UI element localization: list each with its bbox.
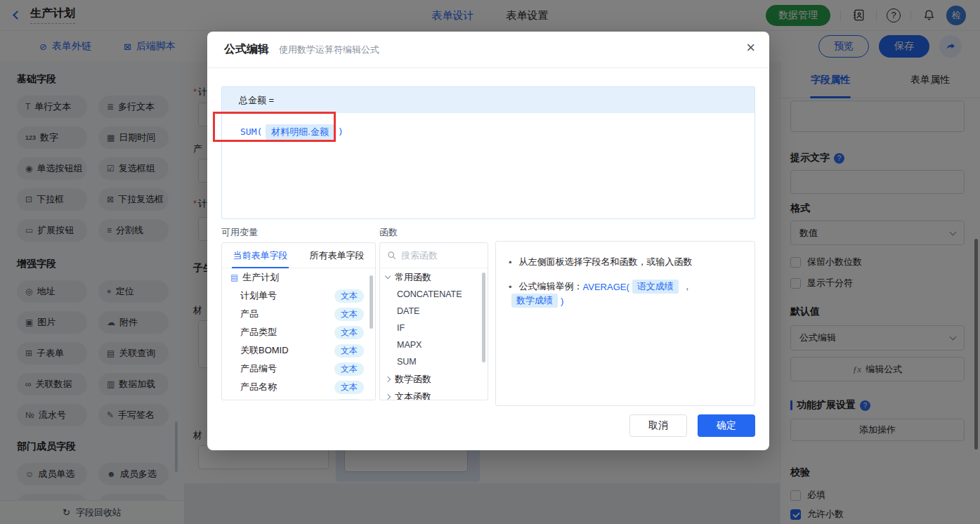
function-group-text[interactable]: 文本函数 (380, 388, 488, 400)
function-search (380, 243, 488, 268)
tab-all-form-fields[interactable]: 所有表单字段 (299, 243, 375, 268)
search-icon (387, 251, 396, 260)
app-screen: 生产计划 表单设计 表单设置 数据管理 ? 检 ⊘表单外链 ⊠后端脚本 ▥数据权… (0, 0, 980, 524)
variable-item[interactable]: 产品编号文本 (222, 360, 375, 378)
variable-item[interactable]: 计划单号文本 (222, 287, 375, 305)
formula-close-paren: ) (338, 126, 344, 137)
functions-label: 函数 (379, 226, 398, 239)
cancel-button[interactable]: 取消 (629, 414, 687, 437)
type-badge: 文本 (334, 381, 364, 394)
formula-function: SUM( (240, 126, 262, 137)
chevron-right-icon (385, 376, 391, 381)
type-badge: 文本 (334, 362, 364, 376)
file-icon: ▤ (230, 273, 238, 282)
function-item[interactable]: IF (380, 320, 488, 336)
type-badge: 文本 (334, 326, 364, 339)
functions-scrollbar[interactable] (482, 273, 485, 362)
variables-scrollbar[interactable] (370, 275, 373, 329)
type-badge: 文本 (334, 399, 364, 401)
type-badge: 文本 (334, 289, 364, 303)
function-group-math[interactable]: 数学函数 (380, 370, 488, 388)
confirm-button[interactable]: 确定 (698, 414, 755, 437)
variables-tabs: 当前表单字段 所有表单字段 (222, 243, 375, 268)
hint-line: •从左侧面板选择字段名和函数，或输入函数 (509, 256, 742, 268)
hint-example-line: •公式编辑举例：AVERAGE(语文成绩，数学成绩) (509, 280, 742, 308)
formula-target: 总金额 = (222, 87, 754, 113)
tab-current-form-fields[interactable]: 当前表单字段 (222, 243, 299, 268)
variable-item[interactable]: 产品文本 (222, 305, 375, 323)
type-badge: 文本 (334, 308, 364, 321)
function-item[interactable]: MAPX (380, 336, 488, 353)
function-search-input[interactable] (401, 250, 474, 261)
chevron-right-icon (385, 393, 391, 399)
variables-tree-root[interactable]: ▤生产计划 (222, 268, 375, 287)
formula-field-chip[interactable]: 材料明细.金额 (266, 124, 334, 140)
formula-editor-area: 总金额 = SUM(材料明细.金额) (221, 86, 755, 219)
formula-input[interactable]: SUM(材料明细.金额) (222, 113, 754, 218)
function-item[interactable]: DATE (380, 303, 488, 320)
variable-item[interactable]: 产品名称文本 (222, 378, 375, 396)
modal-footer: 取消 确定 (629, 414, 755, 437)
variable-item-partial[interactable]: 文本 (222, 396, 375, 400)
example-field-chip: 语文成绩 (632, 280, 679, 294)
hints-panel: •从左侧面板选择字段名和函数，或输入函数 •公式编辑举例：AVERAGE(语文成… (495, 241, 755, 406)
formula-editor-modal: 公式编辑 使用数学运算符编辑公式 × 总金额 = SUM(材料明细.金额) 可用… (207, 32, 769, 450)
function-group-common[interactable]: 常用函数 (380, 268, 488, 286)
close-icon[interactable]: × (746, 40, 755, 55)
variable-item[interactable]: 产品类型文本 (222, 323, 375, 341)
chevron-down-icon (385, 273, 391, 279)
type-badge: 文本 (334, 344, 364, 358)
function-item[interactable]: CONCATENATE (380, 286, 488, 303)
modal-subtitle: 使用数学运算符编辑公式 (279, 44, 379, 56)
modal-title: 公式编辑 (224, 42, 269, 57)
variables-label: 可用变量 (221, 226, 258, 239)
variable-item[interactable]: 关联BOMID文本 (222, 341, 375, 360)
example-field-chip: 数学成绩 (511, 294, 558, 308)
variables-panel: 当前表单字段 所有表单字段 ▤生产计划 计划单号文本 产品文本 产品类型文本 关… (221, 242, 376, 400)
function-item[interactable]: SUM (380, 353, 488, 370)
modal-header: 公式编辑 使用数学运算符编辑公式 × (207, 32, 769, 68)
functions-panel: 常用函数 CONCATENATE DATE IF MAPX SUM 数学函数 文… (379, 242, 488, 400)
